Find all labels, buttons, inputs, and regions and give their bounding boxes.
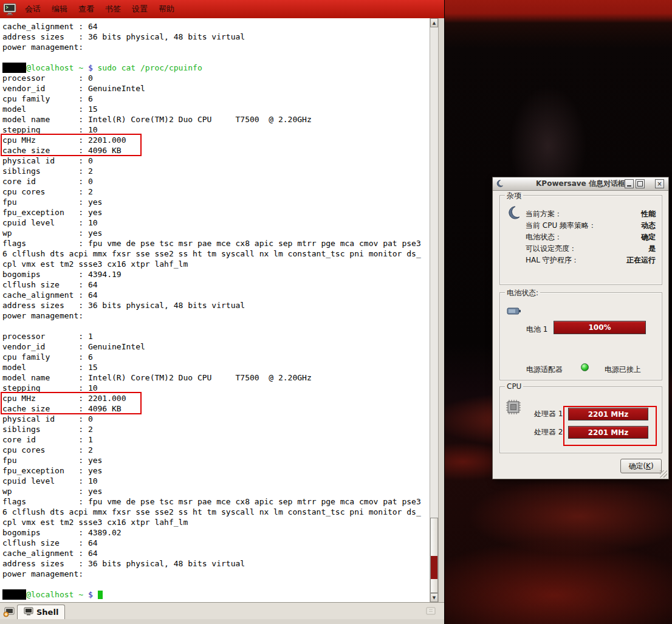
scroll-down-button[interactable]: ▼ — [430, 593, 438, 602]
terminal-line: model : 15 — [2, 104, 430, 114]
terminal-line: vendor_id : GenuineIntel — [2, 83, 430, 94]
group-cpu: CPU 处理器 12201 MHz处理器 22201 MHz — [499, 386, 662, 453]
terminal-line — [2, 321, 430, 331]
terminal-line: siblings : 2 — [2, 166, 430, 176]
tab-shell[interactable]: Shell — [17, 605, 65, 620]
terminal-line: model : 15 — [2, 362, 430, 372]
battery-icon — [506, 303, 522, 320]
terminal-viewport[interactable]: cache_alignment : 64address sizes : 36 b… — [0, 18, 430, 602]
terminal-line: cpl vmx est tm2 ssse3 cx16 xtpr lahf_lm — [2, 517, 430, 527]
close-icon: × — [657, 181, 662, 187]
dialog-titlebar[interactable]: KPowersave 信息对话框 × — [493, 177, 668, 191]
scroll-up-icon: ▲ — [433, 21, 436, 26]
terminal-line: fpu_exception : yes — [2, 207, 430, 218]
new-session-button[interactable] — [2, 605, 16, 619]
maximize-icon — [637, 181, 643, 187]
group-battery: 电池状态: 电池 1 100% 电源适配器 电源已接上 — [499, 292, 662, 380]
terminal-text: cache_alignment : 64address sizes : 36 b… — [0, 18, 430, 602]
terminal-line: model name : Intel(R) Core(TM)2 Duo CPU … — [2, 372, 430, 383]
annotation-rect-cpu — [563, 406, 657, 446]
konsole-app-icon[interactable] — [2, 2, 18, 16]
terminal-line: core id : 1 — [2, 434, 430, 445]
menu-item-2[interactable]: 查看 — [73, 0, 100, 18]
terminal-line: @localhost ~ $ — [2, 589, 430, 600]
terminal-line: cache size : 4096 KB — [2, 145, 430, 156]
terminal-line: power management: — [2, 569, 430, 579]
maximize-button[interactable] — [636, 179, 645, 188]
terminal-line: cpu family : 6 — [2, 352, 430, 362]
terminal-line: address sizes : 36 bits physical, 48 bit… — [2, 32, 430, 42]
group-misc: 杂项 当前方案：性能当前 CPU 频率策略：动态电池状态：确定可以设定亮度：是H… — [499, 195, 662, 285]
menu-bar: 会话编辑查看书签设置帮助 — [0, 0, 444, 18]
scrollbar-thumb[interactable] — [430, 518, 438, 593]
battery-label: 电池 1 — [526, 324, 547, 335]
kpowersave-icon — [506, 205, 521, 222]
terminal-line: cpu cores : 2 — [2, 445, 430, 455]
tab-bar: Shell — [0, 602, 444, 619]
scroll-up-button[interactable]: ▲ — [430, 18, 438, 27]
terminal-line: processor : 0 — [2, 73, 430, 83]
menu-item-3[interactable]: 书签 — [100, 0, 126, 18]
info-row: 当前方案：性能 — [526, 208, 656, 220]
window-frame-bottom — [0, 619, 444, 624]
terminal-line: physical id : 0 — [2, 156, 430, 166]
terminal-line: 6 clflush dts acpi mmx fxsr sse sse2 ss … — [2, 507, 430, 517]
terminal-line: fpu : yes — [2, 455, 430, 465]
terminal-line: cache_alignment : 64 — [2, 548, 430, 558]
menu-item-1[interactable]: 编辑 — [46, 0, 73, 18]
terminal-line: cache size : 4096 KB — [2, 403, 430, 414]
resize-grip[interactable] — [660, 470, 667, 478]
close-button[interactable]: × — [655, 179, 664, 188]
terminal-line: siblings : 2 — [2, 424, 430, 434]
terminal-line: @localhost ~ $ sudo cat /proc/cpuinfo — [2, 63, 430, 73]
scroll-down-icon: ▼ — [433, 595, 436, 600]
terminal-line: flags : fpu vme de pse tsc msr pae mce c… — [2, 238, 430, 249]
menu-item-5[interactable]: 帮助 — [153, 0, 180, 18]
tab-label: Shell — [36, 608, 58, 617]
terminal-line: cpu MHz : 2201.000 — [2, 135, 430, 145]
terminal-line: stepping : 10 — [2, 125, 430, 135]
terminal-line: cache_alignment : 64 — [2, 290, 430, 300]
terminal-line: cache_alignment : 64 — [2, 21, 430, 32]
terminal-line: bogomips : 4389.02 — [2, 527, 430, 538]
ok-button[interactable]: 确定(K) — [620, 459, 662, 473]
terminal-line: bogomips : 4394.19 — [2, 269, 430, 279]
terminal-line: address sizes : 36 bits physical, 48 bit… — [2, 558, 430, 569]
terminal-line: processor : 1 — [2, 331, 430, 341]
info-row: HAL 守护程序：正在运行 — [526, 255, 656, 266]
terminal-line: cpuid level : 10 — [2, 218, 430, 228]
shell-tab-icon — [24, 607, 33, 617]
terminal-line: power management: — [2, 310, 430, 321]
terminal-line: cpl vmx est tm2 ssse3 cx16 xtpr lahf_lm — [2, 259, 430, 269]
info-row: 可以设定亮度：是 — [526, 243, 656, 255]
terminal-line: cpu family : 6 — [2, 94, 430, 104]
kpowersave-titlebar-icon — [495, 179, 504, 188]
redacted-username — [2, 63, 26, 73]
terminal-line: fpu_exception : yes — [2, 465, 430, 476]
minimize-button[interactable] — [625, 179, 634, 188]
menu-item-4[interactable]: 设置 — [126, 0, 153, 18]
terminal-line — [2, 52, 430, 63]
terminal-line: address sizes : 36 bits physical, 48 bit… — [2, 300, 430, 310]
battery-level-text: 100% — [588, 323, 611, 332]
minimize-icon — [627, 185, 631, 187]
ac-adapter-status: 电源已接上 — [605, 365, 641, 375]
menu-items: 会话编辑查看书签设置帮助 — [19, 0, 180, 18]
terminal-line: vendor_id : GenuineIntel — [2, 341, 430, 352]
terminal-line — [2, 579, 430, 589]
terminal-scrollbar[interactable]: ▲ ▼ — [430, 18, 438, 602]
terminal-line: wp : yes — [2, 486, 430, 496]
terminal-line: fpu : yes — [2, 197, 430, 207]
kpowersave-dialog: KPowersave 信息对话框 × 杂项 当前方案：性能当前 CPU 频率策略… — [492, 177, 669, 479]
screen: 会话编辑查看书签设置帮助 cache_alignment : 64address… — [0, 0, 672, 624]
terminal-line: model name : Intel(R) Core(TM)2 Duo CPU … — [2, 114, 430, 125]
info-row: 当前 CPU 频率策略：动态 — [526, 220, 656, 231]
group-cpu-title: CPU — [505, 382, 523, 391]
session-list-button[interactable] — [423, 604, 438, 618]
menu-item-0[interactable]: 会话 — [19, 0, 46, 18]
scrollbar-marker — [431, 556, 437, 579]
group-misc-title: 杂项 — [505, 191, 523, 201]
terminal-line: cpu cores : 2 — [2, 187, 430, 197]
terminal-line: physical id : 0 — [2, 414, 430, 424]
terminal-line: 6 clflush dts acpi mmx fxsr sse sse2 ss … — [2, 249, 430, 259]
